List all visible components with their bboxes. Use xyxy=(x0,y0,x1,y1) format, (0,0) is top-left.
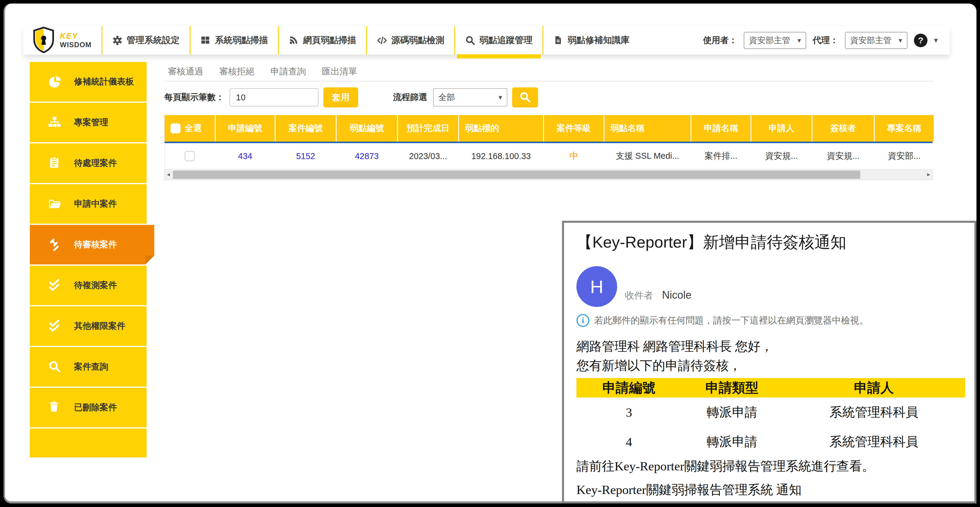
help-icon[interactable]: ? xyxy=(914,33,928,47)
user-label: 使用者： xyxy=(703,35,737,46)
cell-apply-name: 案件排... xyxy=(692,143,751,169)
cell-signer: 資安規... xyxy=(813,143,874,169)
info-icon: i xyxy=(576,314,589,327)
nav-item-label: 弱點修補知識庫 xyxy=(568,34,630,46)
greeting-line-1: 網路管理科 網路管理科科長 您好， xyxy=(576,337,962,356)
shield-logo-icon xyxy=(32,27,55,54)
table-header-signer: 簽核者 xyxy=(813,115,874,142)
tab-apply-query[interactable]: 申請查詢 xyxy=(270,65,306,78)
sidebar-item-dashboard[interactable]: 修補統計儀表板 xyxy=(30,62,146,102)
table-header-vuln-name: 弱點名稱 xyxy=(605,115,690,142)
table-header-case-no: 案件編號 xyxy=(275,115,336,142)
nav-item-knowledge-base[interactable]: 弱點修補知識庫 xyxy=(542,26,640,54)
flow-filter-value: 全部 xyxy=(438,92,455,103)
tab-approve[interactable]: 審核通過 xyxy=(168,65,203,78)
table-header-row: 全選 申請編號 案件編號 弱點編號 預計完成日 弱點標的 案件等級 弱點名稱 申… xyxy=(165,115,932,142)
sidebar-item-label: 其他權限案件 xyxy=(74,320,126,332)
table-header-project: 專案名稱 xyxy=(875,115,934,142)
page-size-label: 每頁顯示筆數： xyxy=(164,91,224,103)
sidebar-item-projects[interactable]: 專案管理 xyxy=(30,103,146,142)
main-content: 審核通過 審核拒絕 申請查詢 匯出清單 每頁顯示筆數： 套用 流程篩選 全部 ▾ xyxy=(164,62,933,180)
sidebar-item-applying-cases[interactable]: 申請中案件 xyxy=(30,184,146,224)
account-chevron-down-icon[interactable]: ▾ xyxy=(934,36,938,45)
sidebar-item-label: 待審核案件 xyxy=(74,239,117,250)
scrollbar-thumb[interactable] xyxy=(173,171,860,179)
table-header-applicant: 申請人 xyxy=(751,115,811,142)
table-header-apply-no: 申請編號 xyxy=(216,115,275,142)
cell-apply-no[interactable]: 434 xyxy=(216,143,275,169)
action-tabs: 審核通過 審核拒絕 申請查詢 匯出清單 xyxy=(164,62,933,81)
cell-case-no[interactable]: 5152 xyxy=(275,143,336,169)
sidebar-item-review-cases[interactable]: 待審核案件 xyxy=(30,225,154,265)
sitemap-icon xyxy=(48,116,62,129)
trash-icon xyxy=(48,401,62,415)
user-dropdown[interactable]: 資安部主管 ▾ xyxy=(744,32,806,49)
avatar: H xyxy=(576,266,617,307)
navbar-user-area: 使用者： 資安部主管 ▾ 代理： 資安部主管 ▾ ? ▾ xyxy=(703,26,950,54)
sidebar-item-case-search[interactable]: 案件查詢 xyxy=(30,347,146,387)
sidebar-item-pending-cases[interactable]: 待處理案件 xyxy=(30,143,146,183)
email-subject: 【Key-Reporter】新增申請待簽核通知 xyxy=(576,232,962,253)
filter-row: 每頁顯示筆數： 套用 流程篩選 全部 ▾ xyxy=(164,87,933,107)
nav-item-label: 網頁弱點掃描 xyxy=(303,34,356,46)
email-table: 申請編號 申請類型 申請人 3 轉派申請 系統管理科科員 4 轉派申請 系統管理… xyxy=(576,378,965,456)
nav-item-system-scan[interactable]: 系統弱點掃描 xyxy=(190,26,278,54)
sidebar-item-label: 申請中案件 xyxy=(74,198,117,210)
scroll-left-arrow-icon[interactable]: ◄ xyxy=(165,169,172,180)
cases-table: 全選 申請編號 案件編號 弱點編號 預計完成日 弱點標的 案件等級 弱點名稱 申… xyxy=(164,115,933,180)
scroll-right-arrow-icon[interactable]: ► xyxy=(925,169,932,180)
table-header-due-date: 預計完成日 xyxy=(398,115,458,142)
nav-item-label: 系統弱點掃描 xyxy=(215,34,268,46)
chevron-down-icon: ▾ xyxy=(498,93,502,102)
app-logo: KEY WISDOM xyxy=(23,26,102,54)
sidebar-item-retest-cases[interactable]: 待複測案件 xyxy=(30,266,146,305)
document-icon xyxy=(554,35,563,45)
table-header-apply-name: 申請名稱 xyxy=(692,115,751,142)
gear-icon xyxy=(112,35,123,45)
nav-item-label: 源碼弱點檢測 xyxy=(391,34,444,46)
cell-target: 192.168.100.33 xyxy=(459,143,543,169)
apply-button[interactable]: 套用 xyxy=(323,87,358,107)
horizontal-scrollbar[interactable]: ◄ ► xyxy=(165,169,932,180)
pie-chart-icon xyxy=(48,75,62,89)
proxy-dropdown[interactable]: 資安部主管 ▾ xyxy=(845,32,907,49)
nav-item-system-settings[interactable]: 管理系統設定 xyxy=(102,26,190,54)
email-sender-row: H 收件者 Nicole xyxy=(576,266,962,307)
email-footer-line-2: Key-Reporter關鍵弱掃報告管理系統 通知 xyxy=(576,481,962,499)
table-header-target: 弱點標的 xyxy=(459,115,543,142)
row-checkbox[interactable] xyxy=(185,151,195,161)
logo-text-key: KEY xyxy=(60,32,91,40)
tab-export-list[interactable]: 匯出清單 xyxy=(322,65,357,78)
nav-item-web-scan[interactable]: 網頁弱點掃描 xyxy=(278,26,366,54)
search-button[interactable] xyxy=(512,87,538,107)
sidebar-item-deleted-cases[interactable]: 已刪除案件 xyxy=(30,388,146,427)
page-size-input[interactable] xyxy=(229,88,318,107)
grid-icon xyxy=(200,35,211,45)
search-icon xyxy=(465,35,475,45)
email-notification-popup: 【Key-Reporter】新增申請待簽核通知 H 收件者 Nicole i 若… xyxy=(562,221,977,504)
nav-item-label: 管理系統設定 xyxy=(127,34,180,46)
cell-due-date: 2023/03... xyxy=(398,143,458,169)
sidebar-item-other-permission-cases[interactable]: 其他權限案件 xyxy=(30,306,146,346)
recipient-name: Nicole xyxy=(662,289,692,301)
email-table-row: 4 轉派申請 系統管理科科員 xyxy=(576,427,965,456)
user-dropdown-value: 資安部主管 xyxy=(749,35,790,46)
tab-reject[interactable]: 審核拒絕 xyxy=(219,65,255,78)
row-checkbox-cell xyxy=(165,143,215,169)
code-icon xyxy=(377,35,387,45)
search-icon xyxy=(48,360,62,374)
flow-filter-label: 流程篩選 xyxy=(393,91,427,103)
sidebar-bottom-strip xyxy=(30,429,146,458)
nav-item-source-scan[interactable]: 源碼弱點檢測 xyxy=(366,26,454,54)
chevron-down-icon: ▾ xyxy=(899,36,902,45)
email-info-text[interactable]: 若此郵件的顯示有任何問題，請按一下這裡以在網頁瀏覽器中檢視。 xyxy=(594,314,869,327)
nav-item-vuln-tracking[interactable]: 弱點追蹤管理 xyxy=(454,26,542,54)
email-col-applicant: 申請人 xyxy=(783,379,965,397)
sidebar-item-label: 待複測案件 xyxy=(74,279,117,291)
double-check-icon xyxy=(48,279,62,292)
flow-filter-dropdown[interactable]: 全部 ▾ xyxy=(433,88,508,107)
table-header-vuln-no: 弱點編號 xyxy=(337,115,397,142)
cell-vuln-no[interactable]: 42873 xyxy=(337,143,397,169)
nav-item-label: 弱點追蹤管理 xyxy=(479,34,533,46)
select-all-checkbox[interactable] xyxy=(170,123,181,133)
